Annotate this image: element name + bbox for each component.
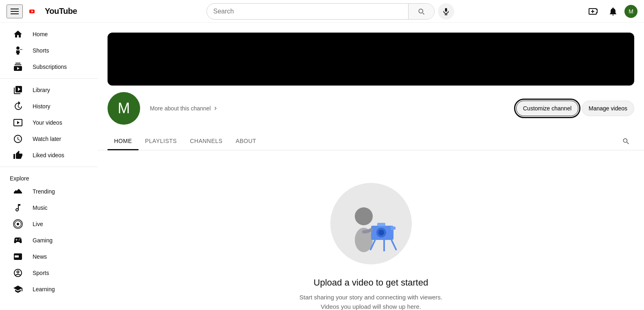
notifications-button[interactable] bbox=[605, 3, 621, 20]
content-area: Upload a video to get started Start shar… bbox=[98, 150, 644, 310]
svg-rect-2 bbox=[445, 8, 447, 11]
sports-icon bbox=[13, 268, 23, 278]
subscriptions-icon bbox=[13, 62, 23, 72]
watch-later-icon bbox=[13, 134, 23, 144]
logo[interactable]: YouTube bbox=[29, 7, 77, 16]
sidebar-item-watch-later[interactable]: Watch later bbox=[3, 131, 95, 147]
manage-videos-button[interactable]: Manage videos bbox=[582, 101, 634, 116]
tab-about[interactable]: ABOUT bbox=[229, 133, 263, 150]
live-icon bbox=[13, 219, 23, 229]
channel-meta: More about this channel bbox=[150, 105, 506, 112]
empty-title: Upload a video to get started bbox=[314, 277, 428, 288]
channel-info: M More about this channel Customize chan… bbox=[108, 92, 634, 130]
sidebar-item-your-videos-label: Your videos bbox=[33, 119, 62, 126]
header-left: YouTube bbox=[7, 4, 104, 18]
empty-desc: Start sharing your story and connecting … bbox=[290, 293, 453, 310]
search-input[interactable] bbox=[207, 8, 408, 15]
sidebar-item-sports[interactable]: Sports bbox=[3, 265, 95, 281]
chevron-right-icon bbox=[212, 105, 219, 112]
sidebar: Home Shorts Subscriptions Library Histor… bbox=[0, 23, 98, 310]
sidebar-item-subscriptions[interactable]: Subscriptions bbox=[3, 59, 95, 75]
sidebar-divider-1 bbox=[0, 78, 98, 79]
add-video-icon bbox=[589, 7, 598, 16]
your-videos-icon bbox=[13, 118, 23, 128]
header-center bbox=[104, 3, 556, 20]
gaming-icon bbox=[13, 235, 23, 245]
cameraman-svg bbox=[334, 187, 408, 260]
sidebar-item-shorts[interactable]: Shorts bbox=[3, 42, 95, 59]
learning-icon bbox=[13, 284, 23, 294]
sidebar-item-library[interactable]: Library bbox=[3, 82, 95, 98]
header: YouTube bbox=[0, 0, 644, 23]
sidebar-item-liked-videos[interactable]: Liked videos bbox=[3, 147, 95, 163]
tab-playlists[interactable]: PLAYLISTS bbox=[138, 133, 183, 150]
sidebar-item-your-videos[interactable]: Your videos bbox=[3, 114, 95, 131]
channel-avatar: M bbox=[108, 92, 140, 125]
trending-icon bbox=[13, 187, 23, 196]
sidebar-item-live[interactable]: Live bbox=[3, 216, 95, 232]
customize-channel-button[interactable]: Customize channel bbox=[516, 101, 578, 116]
channel-header: M More about this channel Customize chan… bbox=[98, 23, 644, 130]
svg-point-11 bbox=[378, 230, 384, 235]
sidebar-item-subscriptions-label: Subscriptions bbox=[33, 64, 67, 70]
logo-wordmark: YouTube bbox=[45, 7, 77, 16]
sidebar-divider-2 bbox=[0, 167, 98, 167]
sidebar-item-home-label: Home bbox=[33, 31, 48, 37]
mic-button[interactable] bbox=[438, 3, 454, 20]
tab-home[interactable]: HOME bbox=[108, 133, 138, 150]
search-button[interactable] bbox=[408, 4, 434, 19]
sidebar-item-library-label: Library bbox=[33, 87, 50, 93]
sidebar-item-music[interactable]: Music bbox=[3, 200, 95, 216]
news-icon bbox=[13, 252, 23, 262]
avatar[interactable]: M bbox=[624, 5, 637, 18]
youtube-logo-icon bbox=[29, 7, 43, 16]
sidebar-item-shorts-label: Shorts bbox=[33, 47, 49, 54]
sidebar-item-trending-label: Trending bbox=[33, 188, 55, 195]
header-right: M bbox=[556, 3, 637, 20]
sidebar-item-liked-videos-label: Liked videos bbox=[33, 152, 64, 158]
svg-point-5 bbox=[17, 223, 19, 225]
home-icon bbox=[13, 29, 23, 39]
create-video-button[interactable] bbox=[585, 3, 602, 20]
tab-search-button[interactable] bbox=[618, 133, 634, 150]
svg-point-8 bbox=[355, 207, 373, 225]
shorts-icon bbox=[13, 46, 23, 55]
sidebar-item-learning[interactable]: Learning bbox=[3, 281, 95, 297]
svg-rect-15 bbox=[377, 223, 385, 226]
sidebar-item-learning-label: Learning bbox=[33, 286, 55, 292]
sidebar-item-gaming[interactable]: Gaming bbox=[3, 232, 95, 248]
channel-tabs: HOME PLAYLISTS CHANNELS ABOUT bbox=[98, 133, 644, 150]
sidebar-item-gaming-label: Gaming bbox=[33, 237, 53, 244]
hamburger-button[interactable] bbox=[7, 4, 23, 18]
sidebar-item-live-label: Live bbox=[33, 221, 43, 227]
sidebar-item-history[interactable]: History bbox=[3, 98, 95, 114]
history-icon bbox=[13, 101, 23, 111]
search-icon bbox=[417, 7, 425, 15]
explore-section-title: Explore bbox=[0, 170, 98, 183]
sidebar-item-trending[interactable]: Trending bbox=[3, 183, 95, 200]
search-bar bbox=[207, 3, 435, 20]
sidebar-item-home[interactable]: Home bbox=[3, 26, 95, 42]
channel-more-link[interactable]: More about this channel bbox=[150, 105, 506, 112]
sidebar-item-news[interactable]: News bbox=[3, 248, 95, 265]
tab-channels[interactable]: CHANNELS bbox=[183, 133, 229, 150]
search-icon bbox=[622, 137, 630, 145]
sidebar-item-sports-label: Sports bbox=[33, 270, 49, 276]
empty-illustration bbox=[330, 183, 412, 264]
channel-banner bbox=[108, 33, 634, 86]
library-icon bbox=[13, 85, 23, 95]
sidebar-item-history-label: History bbox=[33, 103, 51, 110]
sidebar-item-news-label: News bbox=[33, 253, 47, 260]
bell-icon bbox=[608, 7, 618, 16]
sidebar-item-music-label: Music bbox=[33, 204, 48, 211]
channel-actions: Customize channel Manage videos bbox=[516, 101, 634, 116]
mic-icon bbox=[442, 7, 450, 15]
sidebar-item-watch-later-label: Watch later bbox=[33, 136, 61, 142]
music-icon bbox=[13, 203, 23, 213]
main-content: M More about this channel Customize chan… bbox=[98, 0, 644, 310]
liked-videos-icon bbox=[13, 150, 23, 160]
